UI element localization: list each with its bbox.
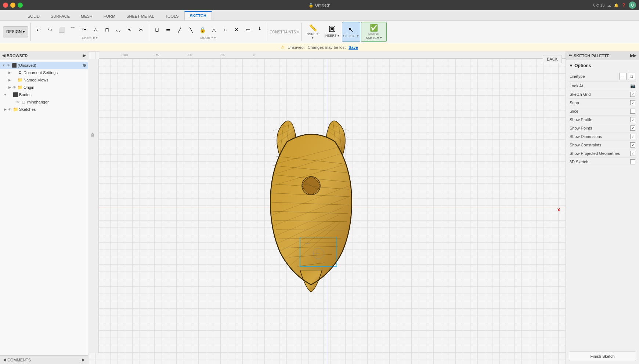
rhinohanger-3d-object: ••••• [243, 112, 383, 303]
axis-x-label: X [557, 208, 560, 212]
tree-label-bodies: Bodies [19, 92, 86, 97]
insert-button[interactable]: 🖼 INSERT ▾ [323, 22, 341, 42]
win-min[interactable] [10, 3, 15, 8]
svg-text:-50: -50 [187, 53, 192, 57]
arc2-tool[interactable]: ◡ [113, 24, 124, 35]
tab-tools[interactable]: TOOLS [160, 11, 184, 20]
snap-checkbox[interactable] [630, 100, 635, 105]
eye-icon-rhino[interactable]: 👁 [16, 100, 20, 104]
inspect-icon: 📏 [309, 24, 317, 32]
comments-label: COMMENTS [7, 358, 31, 362]
folder-icon-sketches: 📁 [12, 106, 18, 112]
gear-icon-unsaved[interactable]: ⚙ [83, 63, 86, 68]
tree-item-rhinohanger[interactable]: 👁 □ rhinohanger [0, 98, 88, 106]
canvas-area: -100 -75 -50 -25 0 50 Z X BACK [88, 51, 566, 364]
x-tool[interactable]: ✕ [231, 24, 242, 35]
folder-icon-views: 📁 [17, 77, 23, 83]
folder-icon-origin: 📁 [17, 84, 23, 90]
options-header[interactable]: ▼ Options [569, 63, 636, 68]
slice-checkbox[interactable] [630, 109, 635, 114]
line-tool[interactable]: ⬜ [56, 24, 67, 35]
triangle-tool[interactable]: △ [90, 24, 101, 35]
comments-expand-icon[interactable]: ▶ [82, 357, 85, 362]
points-label: Show Points [570, 126, 592, 130]
design-button[interactable]: DESIGN ▾ [3, 26, 28, 37]
ruler-left: 50 [88, 59, 99, 353]
lock-icon: 🔒 [308, 3, 314, 8]
eye-icon-unsaved[interactable]: 👁 [7, 63, 10, 68]
select-button[interactable]: ↖ SELECT ▾ [342, 22, 360, 42]
spline-tool[interactable]: 〜 [79, 24, 90, 35]
window-title: 🔒 Untitled* [308, 3, 331, 8]
separator-2 [149, 23, 149, 41]
linetype-solid-btn[interactable]: — [619, 73, 627, 80]
tree-label-rhino: rhinohanger [27, 100, 86, 104]
tab-form[interactable]: FORM [98, 11, 121, 20]
inspect-button[interactable]: 📏 INSPECT ▾ [304, 22, 322, 42]
profile-checkbox[interactable] [630, 117, 635, 122]
tree-item-sketches[interactable]: ▶ 👁 📁 Sketches [0, 106, 88, 113]
svg-text:-25: -25 [220, 53, 225, 57]
browser-collapse-icon[interactable]: ◀ [2, 53, 5, 58]
lookat-icon[interactable]: 📷 [630, 83, 635, 88]
modify-label[interactable]: MODIFY ▾ [201, 36, 216, 40]
arc-tool[interactable]: ⌒ [67, 24, 78, 35]
modify-group: ⊔ ═ ╱ ╲ 🔒 △ ○ ✕ ▭ ╰ MODIFY ▾ [151, 24, 265, 40]
finish-sketch-palette-button[interactable]: Finish Sketch [569, 352, 636, 361]
palette-expand-icon[interactable]: ▶▶ [630, 53, 636, 58]
grid-checkbox[interactable] [630, 92, 635, 97]
spline2-tool[interactable]: ∿ [124, 24, 135, 35]
palette-row-grid: Sketch Grid [569, 90, 636, 99]
tree-item-bodies[interactable]: ▼ 👁 ⬛ Bodies [0, 91, 88, 98]
win-max[interactable] [18, 3, 23, 8]
back-button[interactable]: BACK [543, 55, 562, 63]
tree-item-named-views[interactable]: ▶ 👁 📁 Named Views [0, 76, 88, 84]
3dsketch-checkbox[interactable] [630, 159, 635, 164]
svg-text:0: 0 [253, 53, 255, 57]
eye-icon-origin[interactable]: 👁 [12, 85, 16, 90]
save-button[interactable]: Save [349, 45, 358, 50]
win-close[interactable] [3, 3, 8, 8]
undo-tool[interactable]: ↩ [33, 24, 44, 35]
linetype-dashed-btn[interactable]: □ [628, 73, 635, 80]
circle-tool[interactable]: ○ [220, 24, 231, 35]
tab-mesh[interactable]: MESH [75, 11, 98, 20]
equal-tool[interactable]: ═ [163, 24, 174, 35]
trim-tool[interactable]: ✂ [136, 24, 147, 35]
palette-row-lookat: Look At 📷 [569, 82, 636, 90]
tab-solid[interactable]: SOLID [22, 11, 45, 20]
dimensions-checkbox[interactable] [630, 134, 635, 139]
tab-sheet-metal[interactable]: SHEET METAL [121, 11, 159, 20]
palette-row-slice: Slice [569, 107, 636, 116]
offset-tool[interactable]: ⊔ [151, 24, 162, 35]
finish-sketch-toolbar-button[interactable]: ✅ FINISH SKETCH ▾ [361, 22, 387, 42]
tree-item-unsaved[interactable]: ▼ 👁 ⬛ (Unsaved) ⚙ [0, 62, 88, 69]
tri2-tool[interactable]: △ [208, 24, 219, 35]
constraints-checkbox[interactable] [630, 142, 635, 148]
folder-icon-bodies: ⬛ [12, 92, 18, 98]
tree-item-origin[interactable]: ▶ 👁 📁 Origin [0, 84, 88, 91]
eye-icon-sketches[interactable]: 👁 [8, 108, 12, 112]
create-label[interactable]: CREATE ▾ [82, 36, 98, 40]
projected-checkbox[interactable] [630, 151, 635, 156]
lock-tool[interactable]: 🔒 [197, 24, 208, 35]
constraints-label[interactable]: CONSTRAINTS ▾ [270, 30, 299, 34]
linetype-label: Linetype [570, 74, 585, 79]
avatar[interactable]: U [629, 1, 636, 9]
comments-bar: ◀ COMMENTS ▶ [0, 355, 88, 364]
backslash-tool[interactable]: ╲ [185, 24, 196, 35]
tree-item-doc-settings[interactable]: ▶ 👁 ⚙ Document Settings [0, 69, 88, 76]
comments-collapse-icon[interactable]: ◀ [3, 357, 6, 362]
palette-row-constraints: Show Constraints [569, 141, 636, 149]
tab-sketch[interactable]: SKETCH [184, 11, 212, 20]
dimensions-label: Show Dimensions [570, 134, 602, 139]
points-checkbox[interactable] [630, 125, 635, 131]
browser-tree: ▼ 👁 ⬛ (Unsaved) ⚙ ▶ 👁 ⚙ Document Setting… [0, 60, 88, 355]
tab-surface[interactable]: SURFACE [45, 11, 75, 20]
rect2-tool[interactable]: ▭ [242, 24, 253, 35]
curve-tool[interactable]: ╰ [254, 24, 265, 35]
slash-tool[interactable]: ╱ [174, 24, 185, 35]
browser-expand-icon[interactable]: ▶ [83, 53, 86, 58]
redo-tool[interactable]: ↪ [44, 24, 55, 35]
rect-tool[interactable]: ⊓ [101, 24, 112, 35]
